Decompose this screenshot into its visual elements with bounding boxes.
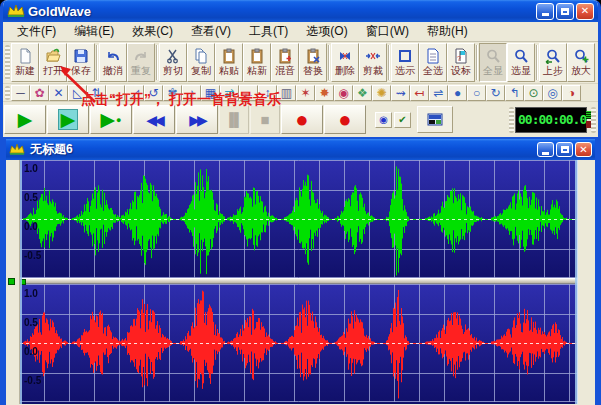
magnifier-selection-icon (513, 47, 529, 64)
record-button[interactable]: ● (324, 105, 366, 134)
paste-new-button[interactable]: 粘新 (243, 43, 271, 82)
undo-button[interactable]: 撤消 (99, 43, 127, 82)
toolbar-separator (328, 45, 330, 80)
effect-icon-16[interactable]: ✶ (296, 85, 315, 101)
menu-effects[interactable]: 效果(C) (123, 21, 182, 42)
effect-icon-21[interactable]: ⇝ (391, 85, 410, 101)
effect-icon-1[interactable]: ─ (11, 85, 30, 101)
record-new-button[interactable]: ● (281, 105, 323, 134)
monitor-radio-button[interactable]: ◉ (375, 112, 392, 128)
cut-button[interactable]: 剪切 (159, 43, 187, 82)
clipboard-new-icon (249, 47, 265, 64)
effect-icon-17[interactable]: ✸ (315, 85, 334, 101)
document-title-bar[interactable]: 无标题6 ✕ (6, 139, 595, 160)
menu-edit[interactable]: 编辑(E) (65, 21, 123, 42)
effect-icon-22[interactable]: ↤ (410, 85, 429, 101)
toolbar-grip[interactable] (509, 107, 514, 133)
menu-tools[interactable]: 工具(T) (240, 21, 297, 42)
toolbar-grip[interactable] (5, 45, 10, 80)
trim-button[interactable]: 剪裁 (359, 43, 387, 82)
open-button[interactable]: 打开 (39, 43, 67, 82)
paste-button[interactable]: 粘贴 (215, 43, 243, 82)
effect-icon-12[interactable]: ⇄ (220, 85, 239, 101)
effect-icon-18[interactable]: ◉ (334, 85, 353, 101)
menu-options[interactable]: 选项(O) (297, 21, 356, 42)
effect-icon-24[interactable]: ● (448, 85, 467, 101)
effect-icon-8[interactable]: ↺ (144, 85, 163, 101)
effect-icon-2[interactable]: ✿ (30, 85, 49, 101)
monitor-check-button[interactable]: ✔ (394, 112, 411, 128)
doc-maximize-button[interactable] (556, 142, 573, 157)
left-channel-waveform[interactable] (20, 160, 577, 278)
effect-icon-9[interactable]: ✾ (163, 85, 182, 101)
play-icon: ▶ (18, 110, 33, 129)
effect-icon-14[interactable]: ↕ (258, 85, 277, 101)
play-selection-button[interactable]: ▶ (47, 105, 89, 134)
fast-forward-icon: ▶▶ (189, 113, 205, 127)
effect-icon-5[interactable]: ⇅ (87, 85, 106, 101)
effect-icon-10[interactable]: ♪ (182, 85, 201, 101)
doc-minimize-button[interactable] (537, 142, 554, 157)
monitor-radio-icon: ◉ (379, 114, 388, 125)
selection-start-marker[interactable] (20, 160, 22, 404)
effect-icon-20[interactable]: ✺ (372, 85, 391, 101)
close-button[interactable]: ✕ (576, 3, 594, 20)
save-button[interactable]: 保存 (67, 43, 95, 82)
replace-button[interactable]: 替换 (299, 43, 327, 82)
toolbar-separator (536, 45, 538, 80)
effect-icon-27[interactable]: ↰ (505, 85, 524, 101)
right-channel-waveform[interactable] (20, 284, 577, 402)
goldwave-logo-icon (7, 3, 25, 19)
show-selection-button[interactable]: 选显 (507, 43, 535, 82)
rewind-button[interactable]: ◀◀ (133, 105, 175, 134)
save-floppy-icon (73, 47, 89, 64)
effect-icon-4[interactable]: ◺ (68, 85, 87, 101)
effect-icon-13[interactable]: ← (239, 85, 258, 101)
stop-button: ■ (250, 105, 280, 134)
toolbar-grip[interactable] (591, 107, 596, 133)
effect-icon-30[interactable]: ◑ (562, 85, 581, 101)
play-button[interactable]: ▶ (4, 105, 46, 134)
effect-icon-6[interactable]: ↔ (106, 85, 125, 101)
delete-button[interactable]: 删除 (331, 43, 359, 82)
toolbar-separator (388, 45, 390, 80)
menu-window[interactable]: 窗口(W) (357, 21, 418, 42)
waveform-area[interactable]: 1.0 0.5 0.0 -0.5 1.0 0.5 0.0 -0.5 (20, 160, 577, 404)
mix-button[interactable]: 混音 (271, 43, 299, 82)
effect-icon-29[interactable]: ◎ (543, 85, 562, 101)
clipboard-icon (221, 47, 237, 64)
device-controls-button[interactable] (417, 106, 453, 133)
effect-icon-3[interactable]: ✕ (49, 85, 68, 101)
effect-icon-26[interactable]: ↻ (486, 85, 505, 101)
doc-close-button[interactable]: ✕ (575, 142, 592, 157)
play-selection-icon: ▶ (58, 109, 79, 130)
effect-icon-28[interactable]: ⊙ (524, 85, 543, 101)
minimize-button[interactable] (536, 3, 554, 20)
fast-forward-button[interactable]: ▶▶ (176, 105, 218, 134)
maximize-button[interactable] (556, 3, 574, 20)
zoom-in-button[interactable]: 放大 (567, 43, 595, 82)
main-toolbar: 新建 打开 保存 撤消 重复 剪切 复制 粘贴 粘新 混音 替换 删除 剪裁 选… (3, 42, 598, 84)
previous-zoom-button[interactable]: 上步 (539, 43, 567, 82)
play-marker-button[interactable]: ▶● (90, 105, 132, 134)
goldwave-window: GoldWave ✕ 文件(F) 编辑(E) 效果(C) 查看(V) 工具(T)… (0, 0, 601, 405)
selection-end-marker[interactable] (575, 160, 577, 404)
effect-icon-23[interactable]: ⇌ (429, 85, 448, 101)
toolbar-grip[interactable] (5, 86, 10, 100)
copy-button[interactable]: 复制 (187, 43, 215, 82)
effect-icon-11[interactable]: ▦ (201, 85, 220, 101)
menu-view[interactable]: 查看(V) (182, 21, 240, 42)
new-button[interactable]: 新建 (11, 43, 39, 82)
effect-icon-19[interactable]: ❖ (353, 85, 372, 101)
menu-file[interactable]: 文件(F) (8, 21, 65, 42)
select-view-button[interactable]: 选示 (391, 43, 419, 82)
magnifier-back-icon (545, 47, 561, 64)
effect-icon-15[interactable]: ▥ (277, 85, 296, 101)
effect-icon-7[interactable]: ◿ (125, 85, 144, 101)
select-all-button[interactable]: 全选 (419, 43, 447, 82)
menu-help[interactable]: 帮助(H) (418, 21, 477, 42)
set-marker-button[interactable]: 设标 (447, 43, 475, 82)
effect-icon-25[interactable]: ○ (467, 85, 486, 101)
record-icon: ● (338, 109, 351, 131)
channel-divider[interactable] (20, 278, 577, 284)
